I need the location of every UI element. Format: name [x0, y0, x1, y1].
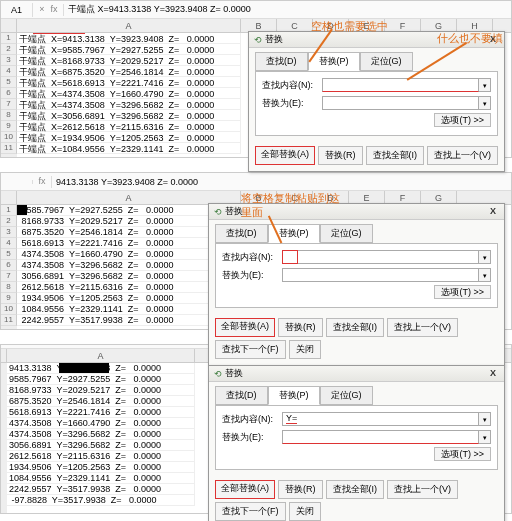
tab-goto[interactable]: 定位(G) — [360, 52, 413, 71]
formula-bar: A1 × fx 干端点 X=9413.3138 Y=3923.9408 Z= 0… — [1, 1, 511, 19]
find-dropdown[interactable]: ▾ — [479, 78, 491, 92]
find-dropdown[interactable]: ▾ — [479, 412, 491, 426]
replace-all-button[interactable]: 全部替换(A) — [215, 480, 275, 499]
find-label: 查找内容(N): — [222, 413, 282, 426]
cell[interactable]: 4374.3508 Y=3296.5682 Z= 0.0000 — [7, 429, 195, 440]
replace-input[interactable] — [282, 268, 479, 282]
replace-label: 替换为(E): — [222, 431, 282, 444]
tab-find[interactable]: 查找(D) — [215, 224, 268, 243]
options-button[interactable]: 选项(T) >> — [434, 113, 491, 127]
cell[interactable]: 1934.9506 Y=1205.2563 Z= 0.0000 — [7, 462, 195, 473]
find-all-button[interactable]: 查找全部(I) — [366, 146, 425, 165]
col-header-a[interactable]: A — [7, 349, 195, 362]
replace-icon: ⟲ — [213, 369, 222, 378]
cell[interactable]: 干端点 X=1084.9556 Y=2329.1141 Z= 0.0000 — [17, 143, 241, 154]
cancel-icon[interactable]: × — [37, 4, 47, 16]
cell[interactable]: 干端点 X=9585.7967 Y=2927.5255 Z= 0.0000 — [17, 44, 241, 55]
tab-replace[interactable]: 替换(P) — [268, 386, 320, 405]
formula-input[interactable]: 干端点 X=9413.3138 Y=3923.9408 Z= 0.0000 — [64, 1, 511, 18]
replace-dropdown[interactable]: ▾ — [479, 268, 491, 282]
tab-find[interactable]: 查找(D) — [215, 386, 268, 405]
close-button[interactable]: 关闭 — [289, 340, 321, 359]
close-icon[interactable]: X — [486, 368, 500, 380]
replace-label: 替换为(E): — [262, 97, 322, 110]
find-next-button[interactable]: 查找下一个(F) — [215, 340, 286, 359]
find-dropdown[interactable]: ▾ — [479, 250, 491, 264]
find-input[interactable] — [322, 78, 479, 92]
replace-icon: ⟲ — [253, 35, 262, 44]
cell[interactable]: 9585.7967 Y=2927.5255 Z= 0.0000 — [7, 374, 195, 385]
cell[interactable]: 4374.3508 Y=1660.4790 Z= 0.0000 — [7, 418, 195, 429]
cell[interactable]: 3056.6891 Y=3296.5682 Z= 0.0000 — [7, 440, 195, 451]
find-prev-button[interactable]: 查找上一个(V) — [387, 318, 458, 337]
close-icon[interactable]: X — [486, 206, 500, 218]
cell[interactable]: 干端点 X=1934.9506 Y=1205.2563 Z= 0.0000 — [17, 132, 241, 143]
close-button[interactable]: 关闭 — [289, 502, 321, 521]
find-all-button[interactable]: 查找全部(I) — [326, 318, 385, 337]
replace-dropdown[interactable]: ▾ — [479, 96, 491, 110]
cell[interactable]: 干端点 X=9413.3138 Y=3923.9408 Z= 0.0000 — [17, 33, 241, 44]
cell[interactable]: 2612.5618 Y=2115.6316 Z= 0.0000 — [7, 451, 195, 462]
tab-goto[interactable]: 定位(G) — [320, 224, 373, 243]
find-input[interactable]: Y= — [282, 412, 479, 426]
replace-input[interactable] — [322, 96, 479, 110]
formula-text: 干端点 X=9413.3138 Y=3923.9408 Z= 0.0000 — [68, 4, 251, 14]
options-button[interactable]: 选项(T) >> — [434, 447, 491, 461]
cell[interactable]: 1084.9556 Y=2329.1141 Z= 0.0000 — [7, 473, 195, 484]
cell[interactable]: 8168.9733 Y=2029.5217 Z= 0.0000 — [7, 385, 195, 396]
find-next-button[interactable]: 查找下一个(F) — [215, 502, 286, 521]
find-prev-button[interactable]: 查找上一个(V) — [387, 480, 458, 499]
replace-label: 替换为(E): — [222, 269, 282, 282]
cell[interactable]: 6875.3520 Y=2546.1814 Z= 0.0000 — [7, 396, 195, 407]
cell[interactable]: 干端点 X=2612.5618 Y=2115.6316 Z= 0.0000 — [17, 121, 241, 132]
cell[interactable]: 干端点 X=4374.3508 Y=1660.4790 Z= 0.0000 — [17, 88, 241, 99]
replace-button[interactable]: 替换(R) — [278, 480, 323, 499]
cell[interactable]: 5618.6913 Y=2221.7416 Z= 0.0000 — [7, 407, 195, 418]
spreadsheet-panel-3: A B C D E F G 9413.3138 Y=3923.9408 Z= 0… — [0, 344, 512, 514]
replace-input[interactable] — [282, 430, 479, 444]
cell[interactable]: 干端点 X=6875.3520 Y=2546.1814 Z= 0.0000 — [17, 66, 241, 77]
col-header-a[interactable]: A — [17, 19, 241, 32]
replace-all-button[interactable]: 全部替换(A) — [255, 146, 315, 165]
row-headers: 1234567891011 — [1, 33, 17, 157]
dialog-title: 替换 — [265, 33, 283, 46]
fx-icon[interactable]: fx — [49, 4, 59, 16]
formula-input[interactable]: 9413.3138 Y=3923.9408 Z= 0.0000 — [52, 175, 511, 189]
formula-bar: fx 9413.3138 Y=3923.9408 Z= 0.0000 — [1, 173, 511, 191]
spreadsheet-panel-1: A1 × fx 干端点 X=9413.3138 Y=3923.9408 Z= 0… — [0, 0, 512, 158]
replace-button[interactable]: 替换(R) — [278, 318, 323, 337]
replace-dialog: ⟲ 替换 X 查找(D) 替换(P) 定位(G) 查找内容(N): ▾ 替换为(… — [208, 203, 505, 366]
find-input[interactable] — [282, 250, 479, 264]
dialog-title: 替换 — [225, 367, 243, 380]
close-icon[interactable]: X — [486, 34, 500, 46]
options-button[interactable]: 选项(T) >> — [434, 285, 491, 299]
dialog-titlebar[interactable]: ⟲ 替换 X — [249, 32, 504, 48]
dialog-titlebar[interactable]: ⟲ 替换 X — [209, 366, 504, 382]
replace-dialog: ⟲ 替换 X 查找(D) 替换(P) 定位(G) 查找内容(N): Y= ▾ 替… — [208, 365, 505, 521]
cell[interactable]: 2242.9557 Y=3517.9938 Z= 0.0000 — [7, 484, 195, 495]
cell[interactable]: 干端点 X=8168.9733 Y=2029.5217 Z= 0.0000 — [17, 55, 241, 66]
name-box[interactable]: A1 — [1, 3, 33, 17]
find-all-button[interactable]: 查找全部(I) — [326, 480, 385, 499]
cell[interactable]: 干端点 X=5618.6913 Y=2221.7416 Z= 0.0000 — [17, 77, 241, 88]
fx-icon[interactable]: fx — [37, 176, 47, 188]
replace-all-button[interactable]: 全部替换(A) — [215, 318, 275, 337]
dialog-titlebar[interactable]: ⟲ 替换 X — [209, 204, 504, 220]
replace-button[interactable]: 替换(R) — [318, 146, 363, 165]
find-label: 查找内容(N): — [262, 79, 322, 92]
tab-find[interactable]: 查找(D) — [255, 52, 308, 71]
cell[interactable]: 干端点 X=3056.6891 Y=3296.5682 Z= 0.0000 — [17, 110, 241, 121]
find-label: 查找内容(N): — [222, 251, 282, 264]
replace-icon: ⟲ — [213, 207, 222, 216]
replace-dropdown[interactable]: ▾ — [479, 430, 491, 444]
find-prev-button[interactable]: 查找上一个(V) — [427, 146, 498, 165]
spreadsheet-panel-2: fx 9413.3138 Y=3923.9408 Z= 0.0000 A B C… — [0, 172, 512, 330]
tab-goto[interactable]: 定位(G) — [320, 386, 373, 405]
cell[interactable]: -97.8828 Y=3517.9938 Z= 0.0000 — [7, 495, 195, 506]
tab-replace[interactable]: 替换(P) — [308, 52, 360, 71]
name-box[interactable] — [1, 180, 33, 184]
dialog-title: 替换 — [225, 205, 243, 218]
cell[interactable]: 干端点 X=4374.3508 Y=3296.5682 Z= 0.0000 — [17, 99, 241, 110]
replace-dialog: ⟲ 替换 X 查找(D) 替换(P) 定位(G) 查找内容(N): ▾ 替换为(… — [248, 31, 505, 172]
